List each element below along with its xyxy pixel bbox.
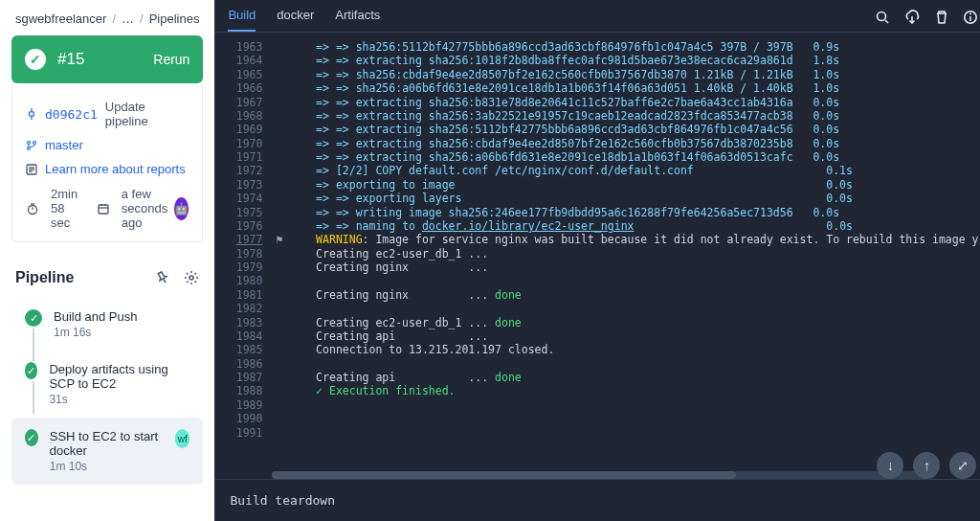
step-duration: 1m 16s [54, 326, 137, 339]
flag-icon [276, 343, 289, 356]
line-number: 1987 [228, 371, 276, 384]
log-text: => => sha256:a06b6fd631e8e2091ce18db1a1b… [289, 81, 978, 95]
line-number: 1981 [228, 288, 276, 302]
line-number: 1971 [228, 150, 276, 164]
section-title: Pipeline [15, 269, 74, 286]
log-text: => => extracting sha256:cbdaf9e4ee2d8507… [289, 137, 978, 150]
flag-icon [276, 40, 289, 54]
pipeline-step[interactable]: ✓Build and Push1m 16s [11, 298, 203, 351]
line-number: 1978 [228, 247, 276, 260]
line-number: 1973 [228, 178, 276, 192]
flag-icon [276, 371, 289, 384]
log-text: Creating nginx ... done [289, 288, 978, 302]
breadcrumb-mid[interactable]: … [122, 11, 134, 26]
line-number: 1976 [228, 219, 276, 233]
log-text: Creating api ... done [289, 371, 978, 384]
info-icon[interactable] [963, 10, 978, 25]
log-line: 1983 Creating ec2-user_db_1 ... done [214, 316, 980, 329]
line-number: 1982 [228, 302, 276, 315]
commit-message: Update pipeline [105, 100, 189, 128]
commit-hash[interactable]: d0962c1 [45, 107, 98, 122]
flag-icon [276, 123, 289, 136]
log-text: Creating ec2-user_db_1 ... [289, 247, 978, 260]
flag-icon [276, 316, 289, 329]
breadcrumb-leaf[interactable]: Pipelines [149, 11, 200, 26]
log-line: 1974 => => exporting layers 0.0s [214, 192, 980, 205]
line-number: 1968 [228, 109, 276, 123]
branch-icon [26, 140, 37, 151]
pin-icon[interactable] [155, 270, 170, 285]
line-number: 1983 [228, 316, 276, 329]
run-info-card: d0962c1 Update pipeline master Learn mor… [11, 83, 203, 242]
breadcrumb-root[interactable]: sgwebfreelancer [15, 11, 106, 26]
build-log[interactable]: 1963 => => sha256:5112bf42775bbb6a896ccd… [214, 33, 980, 467]
avatar[interactable]: 🤖 [174, 197, 189, 220]
log-text: => [2/2] COPY default.conf /etc/nginx/co… [289, 164, 978, 177]
stopwatch-icon [26, 202, 39, 215]
reports-link[interactable]: Learn more about reports [45, 162, 186, 176]
line-number: 1963 [228, 40, 276, 54]
flag-icon [276, 150, 289, 164]
flag-icon [276, 302, 289, 315]
log-line: 1991 [214, 426, 980, 440]
log-line: 1978 Creating ec2-user_db_1 ... [214, 247, 980, 260]
flag-icon: ⚑ [276, 233, 289, 246]
log-line: 1965 => => sha256:cbdaf9e4ee2d8507bf2e16… [214, 68, 980, 81]
scroll-down-button[interactable]: ↓ [877, 452, 903, 479]
flag-icon [276, 192, 289, 205]
log-line: 1981 Creating nginx ... done [214, 288, 980, 302]
run-duration: 2min 58 sec [51, 187, 85, 230]
step-title: Build and Push [54, 309, 137, 324]
log-text: => => naming to docker.io/library/ec2-us… [289, 219, 978, 233]
search-icon[interactable] [875, 10, 890, 25]
flag-icon [276, 178, 289, 192]
trash-icon[interactable] [934, 10, 949, 25]
log-text [289, 274, 978, 287]
commit-icon [26, 108, 37, 120]
log-text: => => writing image sha256:246ee177fb9db… [289, 206, 978, 219]
log-line: 1986 [214, 357, 980, 371]
log-text [289, 357, 978, 371]
flag-icon [276, 247, 289, 260]
pipeline-step[interactable]: ✓Deploy artifacts using SCP to EC231s [11, 351, 203, 418]
flag-icon [276, 54, 289, 67]
log-line: 1970 => => extracting sha256:cbdaf9e4ee2… [214, 137, 980, 150]
gear-icon[interactable] [184, 270, 199, 285]
step-duration: 31s [49, 393, 189, 406]
line-number: 1986 [228, 357, 276, 371]
log-line: 1987 Creating api ... done [214, 371, 980, 384]
line-number: 1969 [228, 123, 276, 136]
pipeline-step[interactable]: ✓SSH to EC2 to start docker1m 10swf [11, 418, 203, 485]
line-number: 1974 [228, 192, 276, 205]
svg-point-4 [33, 141, 36, 144]
line-number: 1990 [228, 412, 276, 425]
log-line: 1973 => exporting to image 0.0s [214, 178, 980, 192]
rerun-button[interactable]: Rerun [153, 52, 189, 67]
download-cloud-icon[interactable] [903, 10, 921, 25]
log-line: 1980 [214, 274, 980, 287]
tab-artifacts[interactable]: Artifacts [335, 8, 380, 32]
horizontal-scrollbar[interactable] [272, 471, 934, 479]
branch-name[interactable]: master [45, 138, 83, 152]
svg-point-0 [30, 112, 34, 117]
log-text: => exporting to image 0.0s [289, 178, 978, 192]
log-line: 1990 [214, 412, 980, 425]
flag-icon [276, 164, 289, 177]
log-line: 1969 => => extracting sha256:5112bf42775… [214, 123, 980, 136]
log-text: Creating nginx ... [289, 260, 978, 274]
check-circle-icon: ✓ [25, 309, 42, 327]
log-text: Connection to 13.215.201.197 closed. [289, 343, 978, 356]
flag-icon [276, 206, 289, 219]
line-number: 1984 [228, 329, 276, 343]
log-text: => => extracting sha256:b831e78d8e20641c… [289, 96, 978, 109]
line-number: 1972 [228, 164, 276, 177]
log-line: 1984 Creating api ... [214, 329, 980, 343]
line-number: 1977 [228, 233, 276, 246]
check-circle-icon: ✓ [25, 49, 46, 70]
tab-build[interactable]: Build [228, 8, 256, 32]
build-teardown-section[interactable]: Build teardown [214, 479, 980, 521]
tab-docker[interactable]: docker [277, 8, 314, 32]
scroll-up-button[interactable]: ↑ [913, 452, 940, 479]
expand-button[interactable]: ⤢ [949, 452, 976, 479]
log-text: Creating ec2-user_db_1 ... done [289, 316, 978, 329]
